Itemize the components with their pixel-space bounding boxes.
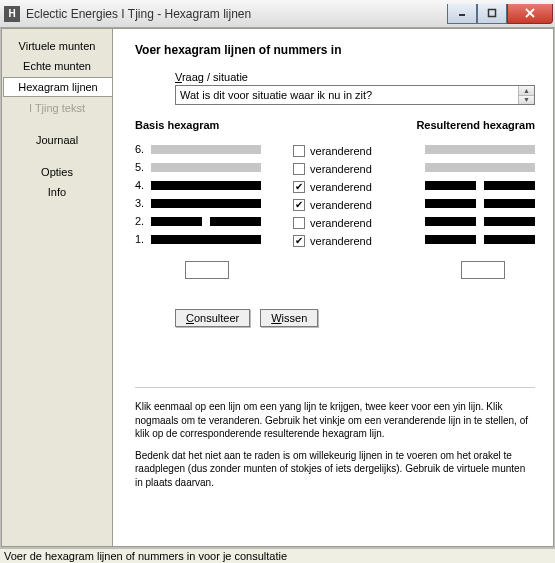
sidebar-item: I Tjing tekst: [2, 99, 112, 117]
question-input[interactable]: Wat is dit voor situatie waar ik nu in z…: [176, 86, 518, 104]
sidebar: Virtuele muntenEchte muntenHexagram lijn…: [2, 29, 112, 546]
line-number: 5.: [135, 161, 151, 173]
main-panel: Voer hexagram lijnen of nummers in Vraag…: [112, 29, 553, 546]
spin-up-button[interactable]: ▲: [519, 86, 534, 95]
basis-number-input[interactable]: [185, 261, 229, 279]
changing-label: veranderend: [310, 217, 372, 229]
hexagram-line[interactable]: [425, 217, 535, 226]
changing-checkbox[interactable]: [293, 163, 305, 175]
hexagram-line[interactable]: [425, 235, 535, 244]
hexagram-line[interactable]: [425, 181, 535, 190]
maximize-button[interactable]: [477, 4, 507, 24]
basis-heading: Basis hexagram: [135, 119, 293, 131]
close-button[interactable]: [507, 4, 553, 24]
status-bar: Voer de hexagram lijnen of nummers in vo…: [0, 548, 555, 563]
line-number: 1.: [135, 233, 151, 245]
window-title: Eclectic Energies I Tjing - Hexagram lij…: [26, 7, 447, 21]
hexagram-line[interactable]: [151, 217, 261, 226]
sidebar-item[interactable]: Info: [2, 183, 112, 201]
app-icon: H: [4, 6, 20, 22]
changing-label: veranderend: [310, 163, 372, 175]
hexagram-line[interactable]: [425, 163, 535, 172]
hexagram-line[interactable]: [425, 199, 535, 208]
spin-down-button[interactable]: ▼: [519, 95, 534, 105]
window-buttons: [447, 4, 553, 24]
minimize-button[interactable]: [447, 4, 477, 24]
line-number: 3.: [135, 197, 151, 209]
hexagram-line[interactable]: [151, 145, 261, 154]
help-text: Klik eenmaal op een lijn om een yang lij…: [135, 400, 535, 489]
sidebar-item[interactable]: Echte munten: [2, 57, 112, 75]
hexagram-line[interactable]: [151, 235, 261, 244]
changing-label: veranderend: [310, 181, 372, 193]
hexagram-line[interactable]: [151, 163, 261, 172]
hexagram-line[interactable]: [425, 145, 535, 154]
window-titlebar: H Eclectic Energies I Tjing - Hexagram l…: [0, 0, 555, 28]
page-heading: Voer hexagram lijnen of nummers in: [135, 43, 535, 57]
hexagram-line[interactable]: [151, 199, 261, 208]
sidebar-item[interactable]: Opties: [2, 163, 112, 181]
changing-checkbox[interactable]: ✔: [293, 235, 305, 247]
clear-button[interactable]: Wissen: [260, 309, 318, 327]
changing-label: veranderend: [310, 145, 372, 157]
question-label: Vraag / situatie: [175, 71, 535, 83]
consult-button[interactable]: Consulteer: [175, 309, 250, 327]
changing-checkbox[interactable]: ✔: [293, 181, 305, 193]
svg-rect-1: [489, 10, 496, 17]
changing-checkbox[interactable]: [293, 217, 305, 229]
line-number: 6.: [135, 143, 151, 155]
changing-checkbox[interactable]: [293, 145, 305, 157]
changing-label: veranderend: [310, 199, 372, 211]
result-number-input[interactable]: [461, 261, 505, 279]
sidebar-item[interactable]: Virtuele munten: [2, 37, 112, 55]
sidebar-item[interactable]: Hexagram lijnen: [3, 77, 113, 97]
divider: [135, 387, 535, 388]
result-heading: Resulterend hexagram: [412, 119, 535, 131]
line-number: 4.: [135, 179, 151, 191]
changing-label: veranderend: [310, 235, 372, 247]
changing-checkbox[interactable]: ✔: [293, 199, 305, 211]
line-number: 2.: [135, 215, 151, 227]
sidebar-item[interactable]: Journaal: [2, 131, 112, 149]
hexagram-line[interactable]: [151, 181, 261, 190]
